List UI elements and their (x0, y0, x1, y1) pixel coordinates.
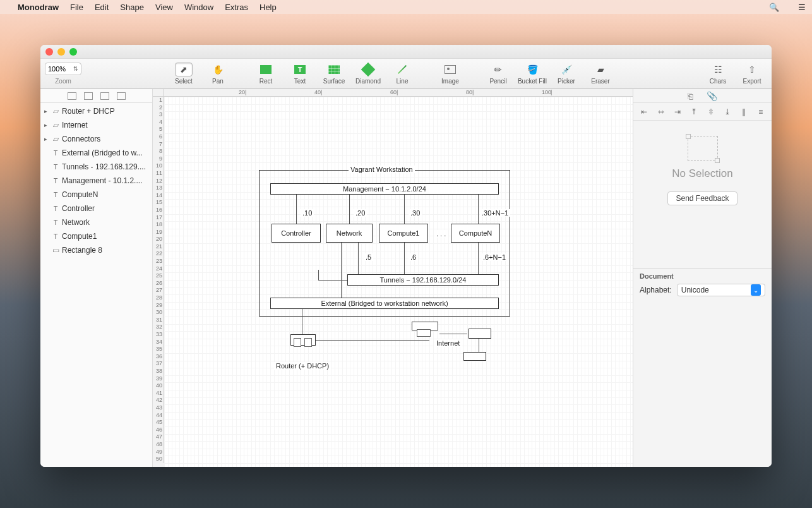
align-right-icon[interactable]: ⇥ (672, 107, 683, 116)
disclosure-icon[interactable]: ▸ (44, 136, 49, 142)
distribute-h-icon[interactable]: ‖ (739, 107, 749, 116)
disclosure-icon[interactable]: ▸ (44, 122, 49, 128)
zoom-select[interactable]: 100% ⇅ (45, 63, 81, 75)
sidebar-item[interactable]: ▸Connectors (40, 132, 152, 146)
connector[interactable] (296, 195, 297, 224)
shape-router-port[interactable] (294, 338, 301, 347)
menu-shape[interactable]: Shape (120, 3, 144, 12)
sidebar-item[interactable]: Rectangle 8 (40, 243, 152, 257)
tool-bucket[interactable]: 🪣Bucket Fill (516, 60, 548, 88)
tool-export[interactable]: ⇧Export (736, 60, 768, 88)
sidebar-item[interactable]: Compute1 (40, 229, 152, 243)
shape-controller[interactable]: Controller (272, 224, 321, 243)
titlebar[interactable] (40, 45, 772, 59)
shape-internet-box2[interactable] (469, 329, 491, 339)
connector[interactable] (318, 270, 319, 280)
tool-diamond[interactable]: Diamond (352, 60, 384, 88)
connector[interactable] (404, 243, 405, 274)
align-bottom-icon[interactable]: ⤓ (722, 107, 732, 116)
drawing-canvas[interactable]: Vagrant Workstation Management − 10.1.2.… (164, 97, 633, 467)
sidebar-item[interactable]: ▸Router + DHCP (40, 104, 152, 118)
layer-action-2-icon[interactable] (84, 92, 93, 100)
disclosure-icon[interactable]: ▸ (44, 108, 49, 114)
spotlight-icon[interactable]: 🔍 (769, 3, 779, 12)
menu-extras[interactable]: Extras (225, 3, 248, 12)
internet-label: Internet (434, 339, 462, 347)
pencil-icon: ✎ (489, 63, 507, 76)
connector[interactable] (341, 286, 342, 298)
menu-file[interactable]: File (70, 3, 83, 12)
align-hcenter-icon[interactable]: ⇿ (656, 107, 666, 116)
inspector-panel: ⎗ 📎 ⇤ ⇿ ⇥ ⤒ ⇳ ⤓ ‖ ≡ No Selection Send Fe… (633, 89, 772, 467)
tool-pencil[interactable]: ✎Pencil (482, 60, 514, 88)
layer-action-3-icon[interactable] (100, 92, 109, 100)
menu-help[interactable]: Help (260, 3, 277, 12)
tool-pan[interactable]: ✋ Pan (202, 60, 234, 88)
align-vcenter-icon[interactable]: ⇳ (706, 107, 716, 116)
shape-internet-box3[interactable] (463, 352, 486, 361)
align-top-icon[interactable]: ⤒ (689, 107, 699, 116)
sidebar-item[interactable]: External (Bridged to w... (40, 146, 152, 160)
dropdown-arrow-icon: ⌄ (751, 284, 761, 296)
sidebar-item[interactable]: ▸Internet (40, 118, 152, 132)
ip-label: .20 (354, 209, 367, 217)
tool-text[interactable]: TText (284, 60, 316, 88)
connector[interactable] (302, 309, 302, 334)
sidebar-item[interactable]: Network (40, 215, 152, 229)
sidebar-toolbar (40, 89, 152, 103)
sidebar-item[interactable]: Tunnels - 192.168.129.... (40, 160, 152, 174)
shape-computen[interactable]: ComputeN (451, 224, 500, 243)
alphabet-select[interactable]: Unicode ⌄ (677, 284, 765, 296)
connector[interactable] (349, 195, 350, 224)
shape-external[interactable]: External (Bridged to workstation network… (270, 298, 499, 309)
shape-network[interactable]: Network (326, 224, 373, 243)
connector[interactable] (404, 195, 405, 224)
tool-image[interactable]: Image (434, 60, 466, 88)
menu-view[interactable]: View (155, 3, 173, 12)
tool-surface[interactable]: Surface (318, 60, 350, 88)
connector[interactable] (316, 340, 327, 341)
layer-action-1-icon[interactable] (68, 92, 76, 100)
tool-eraser[interactable]: ▰Eraser (585, 60, 616, 88)
sidebar-item[interactable]: Controller (40, 202, 152, 215)
shape-management[interactable]: Management − 10.1.2.0/24 (270, 183, 499, 195)
align-left-icon[interactable]: ⇤ (639, 107, 649, 116)
send-feedback-button[interactable]: Send Feedback (667, 191, 737, 205)
tool-rect[interactable]: Rect (250, 60, 282, 88)
sidebar-item[interactable]: Management - 10.1.2.... (40, 174, 152, 188)
connector[interactable] (358, 243, 359, 274)
connector[interactable] (341, 243, 342, 292)
shape-router-port[interactable] (304, 338, 312, 347)
connector[interactable] (478, 243, 479, 274)
zoom-window-button[interactable] (69, 48, 77, 56)
app-menu[interactable]: Monodraw (18, 3, 59, 12)
ip-label: .6+N−1 (481, 253, 508, 261)
sidebar-item-label: Management - 10.1.2.... (62, 176, 142, 185)
connector[interactable] (479, 339, 479, 352)
distribute-v-icon[interactable]: ≡ (756, 107, 766, 116)
sidebar-item[interactable]: ComputeN (40, 188, 152, 202)
tool-line[interactable]: Line (386, 60, 418, 88)
close-window-button[interactable] (45, 48, 53, 56)
connector[interactable] (478, 195, 479, 224)
shape-internet-part[interactable] (417, 329, 431, 337)
eraser-icon: ▰ (592, 63, 609, 76)
tool-picker[interactable]: 💉Picker (551, 60, 582, 88)
zoom-label: Zoom (55, 78, 71, 85)
shape-tunnels[interactable]: Tunnels − 192.168.129.0/24 (347, 274, 499, 286)
layer-action-4-icon[interactable] (117, 92, 126, 100)
tool-select[interactable]: ⬈ Select (168, 60, 200, 88)
picker-icon: 💉 (558, 63, 575, 76)
connector[interactable] (439, 334, 467, 334)
frame-title-text[interactable]: Vagrant Workstation (349, 166, 415, 173)
connector[interactable] (318, 280, 347, 281)
attach-tab-icon[interactable]: 📎 (707, 91, 717, 101)
shape-compute1[interactable]: Compute1 (379, 224, 428, 243)
minimize-window-button[interactable] (57, 48, 65, 56)
align-tab-icon[interactable]: ⎗ (688, 91, 693, 101)
menu-edit[interactable]: Edit (95, 3, 109, 12)
connector[interactable] (327, 340, 429, 341)
tool-chars[interactable]: ☷Chars (702, 60, 734, 88)
menu-window[interactable]: Window (184, 3, 213, 12)
notification-center-icon[interactable]: ☰ (798, 3, 806, 12)
